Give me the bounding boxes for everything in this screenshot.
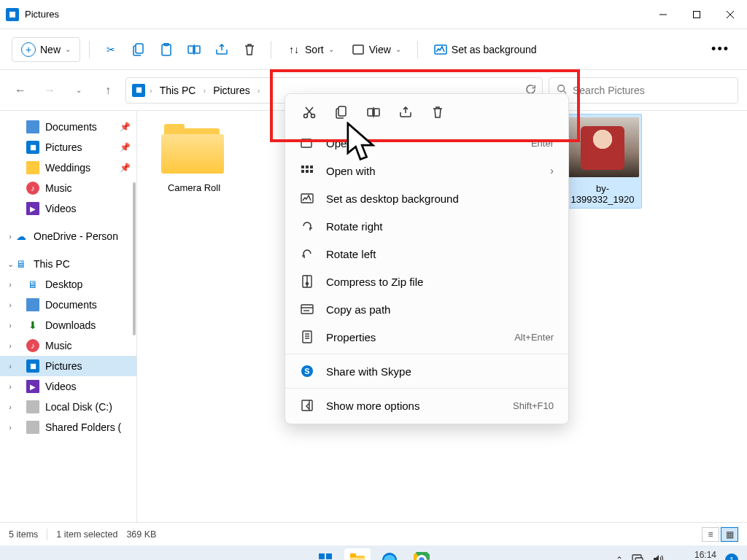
window-title: Pictures (25, 9, 59, 20)
sidebar-item-weddings[interactable]: Weddings📌 (0, 158, 136, 178)
expand-icon[interactable]: › (6, 423, 15, 432)
location-icon (132, 84, 145, 97)
sort-button[interactable]: ↑↓ Sort ⌄ (280, 39, 341, 61)
up-button[interactable]: ↑ (96, 79, 120, 102)
nav-arrows: ← → ⌄ ↑ (9, 79, 120, 102)
copy-icon (132, 43, 145, 56)
copy-action[interactable] (333, 104, 349, 120)
edge-taskbar[interactable] (376, 548, 403, 560)
sidebar-item-sharedfolders[interactable]: ›Shared Folders ( (0, 417, 136, 438)
history-dropdown[interactable]: ⌄ (67, 79, 90, 102)
navigation-pane: Documents📌 Pictures📌 Weddings📌 ♪Music ▶V… (0, 111, 137, 522)
context-item-show-more-options[interactable]: Show more optionsShift+F10 (285, 392, 568, 419)
document-icon (26, 298, 39, 311)
sidebar-item-music-pc[interactable]: ›♪Music (0, 335, 136, 356)
taskbar-right: ⌃ 16:14 01/04/2022 1 (616, 550, 738, 560)
expand-icon[interactable]: › (6, 280, 15, 289)
expand-icon[interactable]: › (6, 402, 15, 411)
document-icon (26, 120, 39, 133)
breadcrumb-item[interactable]: Pictures (210, 83, 253, 98)
context-item-compress-to-zip-file[interactable]: Compress to Zip file (285, 268, 568, 295)
delete-button[interactable] (237, 39, 262, 61)
share-action[interactable] (398, 104, 414, 120)
breadcrumb-item[interactable]: This PC (157, 83, 199, 98)
sidebar-item-documents[interactable]: Documents📌 (0, 117, 136, 137)
svg-rect-22 (301, 139, 311, 147)
icons-view-button[interactable]: ▦ (721, 527, 738, 542)
notification-badge[interactable]: 1 (725, 553, 738, 560)
sidebar-item-music-quick[interactable]: ♪Music (0, 178, 136, 198)
svg-rect-25 (310, 166, 313, 168)
sidebar-item-localdisk[interactable]: ›Local Disk (C:) (0, 397, 136, 417)
rename-action[interactable] (365, 104, 382, 120)
context-item-open-with[interactable]: Open with› (285, 157, 568, 184)
context-item-label: Open (326, 137, 353, 149)
sidebar-item-pictures-pc[interactable]: ›Pictures (0, 356, 136, 376)
new-button[interactable]: + New ⌄ (12, 37, 80, 62)
context-item-share-with-skype[interactable]: SShare with Skype (285, 357, 568, 385)
disk-icon (26, 400, 39, 413)
context-item-open[interactable]: OpenEnter (285, 129, 568, 157)
share-button[interactable] (209, 39, 234, 61)
scrollbar-thumb[interactable] (133, 182, 136, 335)
submenu-arrow-icon: › (550, 165, 554, 176)
context-item-copy-as-path[interactable]: Copy as path (285, 295, 568, 323)
minimize-button[interactable] (646, 0, 680, 29)
folder-item-cameraroll[interactable]: Camera Roll (155, 124, 233, 193)
close-button[interactable] (713, 0, 747, 29)
status-view-toggle: ≡ ▦ (702, 527, 738, 542)
context-item-properties[interactable]: PropertiesAlt+Enter (285, 323, 568, 351)
expand-icon[interactable]: › (6, 362, 15, 370)
expand-icon[interactable]: › (6, 321, 15, 330)
image-item-selected[interactable]: by-1399332_1920 (563, 114, 642, 209)
sidebar-item-videos-pc[interactable]: ›▶Videos (0, 376, 136, 397)
sidebar-item-pictures-quick[interactable]: Pictures📌 (0, 137, 136, 158)
more-button[interactable]: ••• (705, 37, 735, 61)
chrome-taskbar[interactable] (409, 548, 435, 560)
taskbar-chev[interactable]: ⌃ (616, 555, 623, 560)
context-item-label: Rotate left (326, 248, 376, 260)
pin-icon: 📌 (120, 122, 131, 132)
forward-button[interactable]: → (38, 79, 61, 102)
context-item-set-as-desktop-background[interactable]: Set as desktop background (285, 184, 568, 212)
collapse-icon[interactable]: ⌄ (6, 260, 15, 269)
network-icon[interactable] (632, 554, 643, 561)
context-item-label: Compress to Zip file (326, 276, 423, 288)
paste-button[interactable] (154, 39, 179, 61)
sidebar-item-onedrive[interactable]: ›☁OneDrive - Person (0, 226, 136, 246)
view-icon (352, 43, 365, 56)
sidebar-item-videos-quick[interactable]: ▶Videos (0, 198, 136, 219)
copy-button[interactable] (126, 39, 151, 61)
sidebar-item-thispc[interactable]: ⌄🖥This PC (0, 254, 136, 274)
back-button[interactable]: ← (9, 79, 32, 102)
details-view-button[interactable]: ≡ (702, 527, 719, 542)
context-item-rotate-left[interactable]: Rotate left (285, 240, 568, 268)
sidebar-item-downloads[interactable]: ›⬇Downloads (0, 315, 136, 335)
maximize-button[interactable] (680, 0, 713, 29)
context-item-rotate-right[interactable]: Rotate right (285, 212, 568, 240)
taskbar: ⌃ 16:14 01/04/2022 1 (0, 545, 747, 560)
view-button[interactable]: View ⌄ (344, 39, 409, 61)
cut-action[interactable] (301, 104, 317, 120)
rename-button[interactable] (182, 39, 206, 61)
cut-button[interactable]: ✂ (98, 39, 123, 61)
expand-icon[interactable]: › (6, 341, 15, 350)
explorer-taskbar[interactable] (344, 548, 371, 560)
status-bar: 5 items 1 item selected 369 KB ≡ ▦ (0, 522, 747, 545)
expand-icon[interactable]: › (6, 382, 15, 391)
expand-icon[interactable]: › (6, 232, 15, 241)
status-item-count: 5 items (9, 529, 38, 540)
chevron-down-icon: ⌄ (395, 45, 401, 53)
expand-icon[interactable]: › (6, 300, 15, 309)
delete-action[interactable] (430, 104, 446, 120)
volume-icon[interactable] (652, 554, 664, 561)
pictures-icon (26, 359, 39, 373)
search-input[interactable]: Search Pictures (549, 77, 738, 104)
svg-rect-7 (188, 46, 193, 53)
sidebar-item-desktop[interactable]: ›🖥Desktop (0, 274, 136, 295)
bg-icon (300, 191, 314, 206)
start-button[interactable] (312, 548, 338, 560)
clock[interactable]: 16:14 01/04/2022 (673, 550, 716, 560)
sidebar-item-documents-pc[interactable]: ›Documents (0, 295, 136, 315)
set-background-button[interactable]: Set as background (427, 39, 544, 61)
